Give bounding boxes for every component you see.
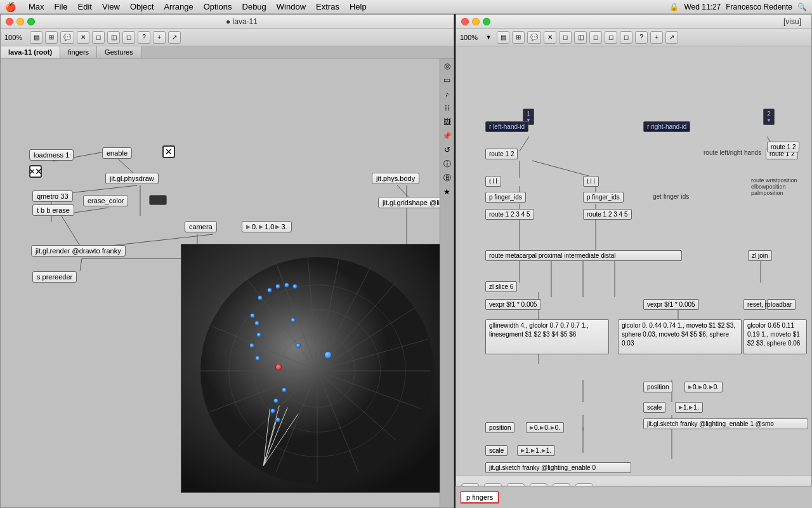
obj-erase-color[interactable]: erase_color (83, 195, 128, 206)
obj-scale-vals-2[interactable]: ▶1. ▶1. ▶1. (517, 445, 555, 456)
obj-qmetro[interactable]: qmetro 33 (32, 190, 73, 202)
toolbar-btn-5[interactable]: ◻ (92, 31, 105, 44)
close-button[interactable] (6, 18, 13, 25)
menu-options[interactable]: Options (204, 2, 232, 11)
obj-pfinger-2[interactable]: p finger_ids (583, 192, 624, 203)
side-icon-star[interactable]: ★ (442, 187, 452, 197)
obj-loadmess[interactable]: loadmess 1 (29, 149, 74, 161)
obj-zl-join[interactable]: zl join (748, 250, 772, 261)
toolbar-btn-3[interactable]: 💬 (60, 31, 74, 44)
obj-glcolor1[interactable]: glcolor 0. 0.44 0.74 1., moveto $1 $2 $3… (618, 319, 742, 354)
tab-root[interactable]: lava-11 (root) (1, 46, 60, 58)
right-toolbar-2[interactable]: ⊞ (512, 31, 525, 44)
side-icon-circle[interactable]: ◎ (442, 61, 452, 71)
menu-window[interactable]: Window (277, 2, 306, 11)
obj-vexpr-1[interactable]: vexpr $f1 * 0.005 (485, 299, 541, 310)
right-toolbar-9[interactable]: ◻ (620, 31, 632, 44)
obj-prereeder[interactable]: s prereeder (32, 271, 77, 283)
obj-pos-vals-1[interactable]: ▶0. ▶0. ▶0. (684, 382, 723, 392)
side-icon-rotate[interactable]: ↺ (442, 145, 452, 155)
right-toolbar-6[interactable]: ◫ (574, 31, 587, 44)
right-toolbar-add[interactable]: + (650, 31, 663, 44)
menu-debug[interactable]: Debug (242, 2, 266, 11)
toolbar-btn-add[interactable]: + (153, 31, 166, 44)
obj-position-1[interactable]: position (643, 382, 672, 392)
obj-toggle-enable[interactable] (162, 145, 175, 158)
obj-camera[interactable]: camera (185, 221, 217, 232)
right-minimize-button[interactable] (472, 18, 480, 25)
obj-route-metacarpal[interactable]: route metacarpal proximal intermediate d… (485, 250, 682, 261)
obj-pos-vals-2[interactable]: ▶0. ▶0. ▶0. (526, 422, 564, 433)
obj-left-hand-id[interactable]: r left-hand-id (485, 121, 528, 132)
toolbar-btn-2[interactable]: ⊞ (45, 31, 58, 44)
obj-sketch-franky-1[interactable]: jit.gl.sketch franky @lighting_enable 1 … (643, 418, 808, 429)
toolbar-btn-4[interactable]: ✕ (77, 31, 89, 44)
obj-right-hand-id[interactable]: r right-hand-id (643, 121, 690, 132)
side-icon-rect[interactable]: ▭ (442, 75, 452, 85)
obj-loadbar[interactable]: loadbar (767, 299, 796, 310)
obj-glcolor2[interactable]: glcolor 0.65 0.11 0.19 1., moveto $1 $2 … (743, 319, 807, 354)
right-toolbar-3[interactable]: 💬 (527, 31, 541, 44)
obj-toggle-x[interactable]: ✕ (29, 165, 42, 178)
obj-tll-1[interactable]: t l l (485, 176, 501, 187)
obj-gridshape[interactable]: jit.gl.gridshape @li (378, 197, 444, 208)
obj-zl-slice[interactable]: zl slice 6 (485, 281, 517, 292)
obj-route12-left[interactable]: route 1 2 (485, 149, 518, 159)
menu-help[interactable]: Help (350, 2, 367, 11)
traffic-lights[interactable] (6, 18, 35, 25)
right-toolbar-1[interactable]: ▤ (497, 31, 509, 44)
obj-phys-body[interactable]: jit.phys.body (372, 173, 419, 184)
menu-view[interactable]: View (102, 2, 120, 11)
toolbar-btn-arrow[interactable]: ↗ (168, 31, 181, 44)
search-icon[interactable]: 🔍 (797, 3, 807, 11)
right-toolbar-arrow[interactable]: ↗ (665, 31, 678, 44)
menu-object[interactable]: Object (130, 2, 154, 11)
obj-tll-2[interactable]: t l l (583, 176, 599, 187)
side-icon-dots[interactable]: ⁞⁞ (442, 103, 452, 113)
obj-physdraw[interactable]: jit.gl.physdraw (105, 173, 159, 184)
obj-p-fingers[interactable]: p fingers (461, 491, 499, 504)
tab-gestures[interactable]: Gestures (97, 46, 141, 58)
obj-camera-vals[interactable]: ▶0. ▶1.0 ▶3. (242, 221, 292, 232)
tab-fingers[interactable]: fingers (60, 46, 97, 58)
obj-scale-1[interactable]: scale (643, 402, 665, 413)
menu-app[interactable]: Max (29, 2, 44, 11)
side-icon-pin[interactable]: 📌 (442, 131, 452, 141)
obj-position-2[interactable]: position (485, 422, 514, 433)
right-close-button[interactable] (461, 18, 469, 25)
menu-edit[interactable]: Edit (78, 2, 92, 11)
toolbar-btn-7[interactable]: ◻ (122, 31, 135, 44)
obj-reset[interactable]: reset, ro (743, 299, 766, 310)
right-toolbar-5[interactable]: ◻ (559, 31, 572, 44)
menu-arrange[interactable]: Arrange (164, 2, 193, 11)
right-toolbar-7[interactable]: ◻ (589, 31, 602, 44)
side-icon-music[interactable]: ♪ (442, 89, 452, 99)
obj-scale-vals-1[interactable]: ▶1. ▶1. (675, 402, 703, 413)
menu-file[interactable]: File (55, 2, 68, 11)
side-icon-image[interactable]: 🖼 (442, 117, 452, 127)
obj-scale-2[interactable]: scale (485, 445, 508, 456)
toolbar-btn-8[interactable]: ? (138, 31, 150, 44)
right-maximize-button[interactable] (483, 18, 490, 25)
menu-extras[interactable]: Extras (316, 2, 339, 11)
obj-route12345-2[interactable]: route 1 2 3 4 5 (583, 209, 632, 220)
obj-route12345-1[interactable]: route 1 2 3 4 5 (485, 209, 534, 220)
obj-pfinger-1[interactable]: p finger_ids (485, 192, 526, 203)
minimize-button[interactable] (16, 18, 24, 25)
side-icon-info[interactable]: ⓘ (442, 159, 452, 169)
obj-enable[interactable]: enable (102, 147, 132, 159)
obj-toute12[interactable]: route 1 2 (767, 142, 799, 152)
obj-vexpr-2[interactable]: vexpr $f1 * 0.005 (643, 299, 699, 310)
side-icon-b[interactable]: Ⓑ (442, 173, 452, 183)
right-toolbar-8[interactable]: ◻ (605, 31, 617, 44)
obj-gllinewidth[interactable]: gllinewidth 4., glcolor 0.7 0.7 0.7 1., … (485, 319, 609, 354)
obj-render[interactable]: jit.gl.render @drawto franky (31, 245, 126, 257)
obj-sketch-franky-2[interactable]: jit.gl.sketch franky @lighting_enable 0 (485, 462, 631, 473)
apple-menu[interactable]: 🍎 (5, 2, 16, 12)
right-toolbar-4[interactable]: ✕ (544, 31, 556, 44)
maximize-button[interactable] (27, 18, 35, 25)
obj-t-bb[interactable]: t b b erase (32, 204, 74, 216)
right-toolbar-10[interactable]: ? (635, 31, 648, 44)
toolbar-btn-1[interactable]: ▤ (30, 31, 43, 44)
right-traffic-lights[interactable] (461, 18, 490, 25)
